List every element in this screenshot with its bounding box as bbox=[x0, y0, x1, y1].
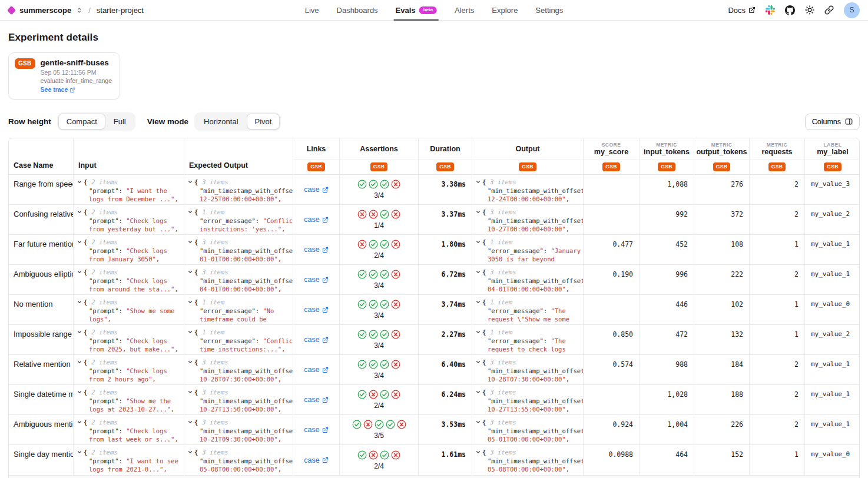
case-name-cell[interactable]: Far future mention bbox=[9, 235, 74, 265]
collapse-chevron-icon[interactable] bbox=[187, 359, 193, 365]
nav-tab-live[interactable]: Live bbox=[305, 0, 319, 20]
assertion-fail-icon[interactable] bbox=[391, 330, 400, 339]
case-name-cell[interactable]: Ambiguous elliptic... bbox=[9, 265, 74, 295]
collapse-chevron-icon[interactable] bbox=[475, 419, 481, 425]
collapse-chevron-icon[interactable] bbox=[475, 239, 481, 245]
github-icon[interactable] bbox=[785, 5, 795, 15]
collapse-chevron-icon[interactable] bbox=[187, 449, 193, 455]
docs-link[interactable]: Docs bbox=[728, 6, 756, 15]
collapse-chevron-icon[interactable] bbox=[187, 269, 193, 275]
case-name-cell[interactable]: Single datetime m... bbox=[9, 385, 74, 415]
collapse-chevron-icon[interactable] bbox=[475, 269, 481, 275]
assertion-fail-icon[interactable] bbox=[391, 210, 400, 219]
column-header-my-score[interactable]: SCOREmy_score bbox=[584, 138, 640, 160]
row-height-option-compact[interactable]: Compact bbox=[58, 114, 105, 130]
case-link[interactable]: case bbox=[304, 366, 319, 374]
case-name-cell[interactable]: Single day mention bbox=[9, 445, 74, 475]
case-name-cell[interactable]: Confusing relative... bbox=[9, 205, 74, 235]
collapse-chevron-icon[interactable] bbox=[77, 449, 82, 455]
assertion-fail-icon[interactable] bbox=[369, 210, 378, 219]
nav-tab-explore[interactable]: Explore bbox=[492, 0, 518, 20]
see-trace-link[interactable]: See trace bbox=[41, 86, 112, 94]
case-link[interactable]: case bbox=[304, 275, 319, 284]
case-name-cell[interactable]: No mention bbox=[9, 295, 74, 325]
columns-button[interactable]: Columns bbox=[805, 114, 860, 130]
collapse-chevron-icon[interactable] bbox=[187, 329, 193, 335]
column-header-output[interactable]: Output bbox=[472, 138, 584, 160]
assertion-pass-icon[interactable] bbox=[380, 390, 389, 399]
case-link[interactable]: case bbox=[304, 215, 319, 224]
assertion-fail-icon[interactable] bbox=[391, 390, 400, 399]
case-link[interactable]: case bbox=[304, 185, 319, 194]
share-link-icon[interactable] bbox=[824, 5, 834, 15]
collapse-chevron-icon[interactable] bbox=[475, 299, 481, 305]
column-header-expected-output[interactable]: Expected Output bbox=[184, 138, 293, 175]
case-link[interactable]: case bbox=[304, 456, 319, 464]
collapse-chevron-icon[interactable] bbox=[77, 239, 82, 245]
assertion-pass-icon[interactable] bbox=[375, 420, 384, 429]
assertion-pass-icon[interactable] bbox=[380, 270, 389, 279]
view-mode-option-pivot[interactable]: Pivot bbox=[247, 114, 280, 130]
project-name[interactable]: starter-project bbox=[97, 6, 144, 15]
assertion-pass-icon[interactable] bbox=[369, 330, 378, 339]
assertion-pass-icon[interactable] bbox=[380, 210, 389, 219]
collapse-chevron-icon[interactable] bbox=[187, 419, 193, 425]
collapse-chevron-icon[interactable] bbox=[77, 359, 82, 365]
column-header-assertions[interactable]: Assertions bbox=[340, 138, 419, 160]
assertion-fail-icon[interactable] bbox=[391, 180, 400, 189]
user-avatar[interactable]: S bbox=[844, 2, 860, 18]
org-switcher-chevrons-icon[interactable] bbox=[76, 7, 82, 14]
assertion-pass-icon[interactable] bbox=[380, 450, 389, 460]
collapse-chevron-icon[interactable] bbox=[475, 389, 481, 395]
column-header-requests[interactable]: METRICrequests bbox=[750, 138, 805, 160]
collapse-chevron-icon[interactable] bbox=[77, 329, 82, 335]
column-header-output-tokens[interactable]: METRICoutput_tokens bbox=[694, 138, 750, 160]
collapse-chevron-icon[interactable] bbox=[475, 359, 481, 365]
case-link[interactable]: case bbox=[304, 336, 319, 344]
slack-icon[interactable] bbox=[766, 5, 775, 15]
case-link[interactable]: case bbox=[304, 306, 319, 314]
assertion-fail-icon[interactable] bbox=[357, 240, 367, 249]
collapse-chevron-icon[interactable] bbox=[77, 419, 82, 425]
column-header-links[interactable]: Links bbox=[293, 138, 340, 160]
assertion-pass-icon[interactable] bbox=[380, 240, 389, 249]
assertion-pass-icon[interactable] bbox=[380, 330, 389, 339]
assertion-pass-icon[interactable] bbox=[369, 360, 378, 369]
collapse-chevron-icon[interactable] bbox=[77, 209, 82, 215]
case-link[interactable]: case bbox=[304, 396, 319, 404]
collapse-chevron-icon[interactable] bbox=[77, 269, 82, 275]
nav-tab-dashboards[interactable]: Dashboards bbox=[337, 0, 378, 20]
column-header-input-tokens[interactable]: METRICinput_tokens bbox=[640, 138, 694, 160]
nav-tab-settings[interactable]: Settings bbox=[535, 0, 563, 20]
assertion-pass-icon[interactable] bbox=[352, 420, 362, 429]
collapse-chevron-icon[interactable] bbox=[187, 179, 193, 185]
assertion-pass-icon[interactable] bbox=[369, 270, 378, 279]
assertion-fail-icon[interactable] bbox=[391, 450, 400, 460]
assertion-fail-icon[interactable] bbox=[369, 390, 378, 399]
assertion-pass-icon[interactable] bbox=[380, 360, 389, 369]
assertion-fail-icon[interactable] bbox=[369, 450, 378, 460]
column-header-case-name[interactable]: Case Name bbox=[9, 138, 74, 175]
collapse-chevron-icon[interactable] bbox=[77, 299, 82, 305]
collapse-chevron-icon[interactable] bbox=[475, 179, 481, 185]
collapse-chevron-icon[interactable] bbox=[475, 209, 481, 215]
case-link[interactable]: case bbox=[304, 245, 319, 254]
assertion-fail-icon[interactable] bbox=[397, 420, 406, 429]
assertion-pass-icon[interactable] bbox=[369, 180, 378, 189]
assertion-fail-icon[interactable] bbox=[391, 240, 400, 249]
assertion-pass-icon[interactable] bbox=[369, 300, 378, 309]
assertion-pass-icon[interactable] bbox=[357, 390, 367, 399]
assertion-pass-icon[interactable] bbox=[380, 180, 389, 189]
collapse-chevron-icon[interactable] bbox=[187, 209, 193, 215]
view-mode-option-horizontal[interactable]: Horizontal bbox=[196, 114, 247, 130]
assertion-fail-icon[interactable] bbox=[391, 270, 400, 279]
assertion-pass-icon[interactable] bbox=[357, 360, 367, 369]
nav-tab-alerts[interactable]: Alerts bbox=[455, 0, 474, 20]
assertion-fail-icon[interactable] bbox=[391, 300, 400, 309]
collapse-chevron-icon[interactable] bbox=[77, 179, 82, 185]
case-name-cell[interactable]: Impossible range bbox=[9, 325, 74, 355]
row-height-option-full[interactable]: Full bbox=[105, 114, 134, 130]
collapse-chevron-icon[interactable] bbox=[77, 389, 82, 395]
org-name[interactable]: summerscope bbox=[19, 6, 71, 15]
collapse-chevron-icon[interactable] bbox=[475, 329, 481, 335]
